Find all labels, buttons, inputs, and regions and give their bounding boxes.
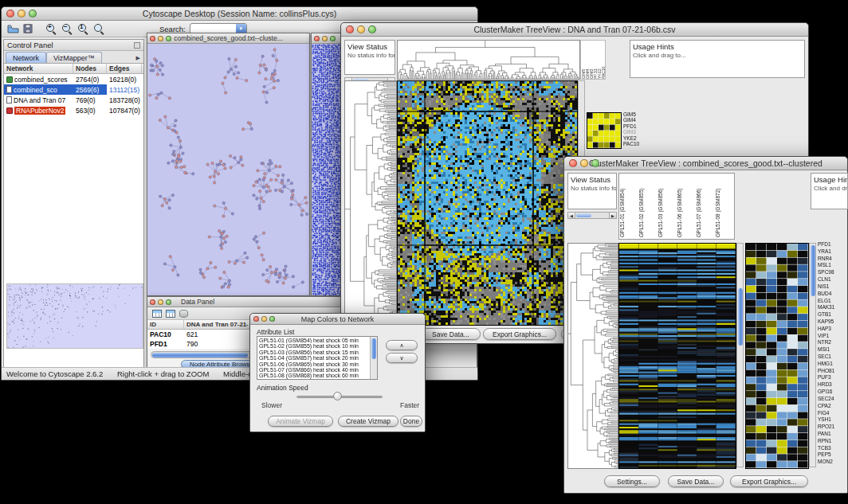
done-button[interactable]: Done (400, 416, 422, 427)
animate-vizmap-button[interactable]: Animate Vizmap (268, 416, 333, 427)
attribute-item[interactable]: GPL51-01 (GSM854) heat shock 05 min (257, 338, 369, 343)
heatmap-zoom-view[interactable] (587, 112, 622, 149)
window-title: ClusterMaker TreeView : DNA and Tran 07-… (341, 25, 808, 34)
zoom-actual-icon[interactable]: 1 (77, 23, 89, 35)
minimize-button[interactable] (158, 36, 163, 41)
window-controls (253, 316, 275, 322)
column-label: GPL51-06 (GSM865) (677, 174, 696, 239)
column-dendrogram[interactable] (397, 40, 580, 80)
network-frame-titlebar[interactable]: combined_scores_good.txt--cluste... (147, 33, 309, 44)
attribute-item[interactable]: GPL51-08 (GSM868) heat shock 60 min (257, 373, 369, 378)
scroll-left-icon[interactable]: ◀ (568, 213, 575, 218)
network-canvas[interactable] (147, 44, 309, 295)
zoom-out-icon[interactable]: − (61, 23, 73, 35)
main-titlebar[interactable]: Cytoscape Desktop (Session Name: collins… (2, 7, 477, 21)
export-graphics-button[interactable]: Export Graphics... (483, 328, 556, 340)
network-row-selected[interactable]: combined_sco 2569(6) 13112(15) (4, 84, 143, 95)
save-data-button[interactable]: Save Data... (668, 475, 724, 487)
attribute-listbox[interactable]: GPL51-01 (GSM854) heat shock 05 minGPL51… (257, 336, 378, 380)
create-vizmap-button[interactable]: Create Vizmap (338, 416, 398, 427)
network-row[interactable]: DNA and Tran 07 769(0) 183728(0) (4, 95, 143, 105)
panel-float-icon[interactable] (134, 42, 140, 49)
slower-label: Slower (261, 401, 282, 409)
row-dendrogram[interactable] (567, 243, 618, 469)
move-down-button[interactable]: ∨ (386, 353, 418, 363)
node-attribute-table-icon[interactable] (152, 310, 162, 318)
list-vscrollbar[interactable] (370, 337, 377, 379)
close-button[interactable] (569, 159, 577, 167)
attribute-item[interactable]: GPL51-04 (GSM857) heat shock 20 min (257, 355, 369, 361)
open-session-icon[interactable] (7, 24, 19, 33)
col-nodes[interactable]: Nodes (73, 64, 107, 73)
close-button[interactable] (253, 316, 259, 322)
gene-label: TCB3 (818, 445, 848, 452)
close-button[interactable] (6, 10, 14, 18)
tab-network[interactable]: Network (6, 52, 46, 63)
minimize-button[interactable] (261, 316, 267, 322)
move-up-button[interactable]: ∧ (386, 340, 418, 350)
save-session-icon[interactable] (23, 24, 33, 33)
minimize-button[interactable] (357, 25, 365, 33)
treeview2-titlebar[interactable]: ClusterMaker TreeView : combined_scores_… (564, 157, 847, 170)
network-row[interactable]: RNAPuberNov2 563(0) 107847(0) (4, 105, 143, 115)
minimize-button[interactable] (158, 299, 163, 305)
minimize-button[interactable] (322, 36, 328, 41)
gene-label: PAC10 (623, 141, 655, 147)
network-overview-thumbnail[interactable] (6, 283, 143, 349)
close-button[interactable] (314, 36, 320, 41)
zoom-button[interactable] (368, 25, 376, 33)
zoom-column-labels: GIM5GIM4GIM3PFD1YKE2PAC10 (580, 40, 606, 80)
tab-vizmapper[interactable]: VizMapper™ (46, 52, 102, 63)
save-data-button[interactable]: Save Data... (421, 328, 481, 340)
scrollbar-thumb[interactable] (811, 245, 815, 296)
zoom-button[interactable] (591, 159, 599, 167)
export-graphics-button[interactable]: Export Graphics... (730, 475, 808, 487)
heatmap-zoom-view[interactable] (745, 243, 809, 469)
heatmap-global-view[interactable] (618, 243, 736, 469)
heatmap-vscrollbar[interactable] (736, 243, 744, 467)
dendrogram-h-scrollbar[interactable]: ◀ ▶ (567, 212, 617, 219)
data-col-id[interactable]: ID (147, 320, 184, 329)
edge-attribute-table-icon[interactable] (166, 310, 175, 318)
gene-label: FIG4 (818, 410, 848, 417)
zoom-button[interactable] (166, 36, 171, 41)
scroll-right-icon[interactable]: ▶ (609, 213, 616, 218)
minimize-button[interactable] (580, 159, 588, 167)
close-button[interactable] (150, 299, 155, 305)
zoom-vscrollbar[interactable] (809, 243, 816, 467)
zoom-button[interactable] (330, 36, 336, 41)
col-edges[interactable]: Edges (107, 64, 142, 73)
row-dendrogram[interactable] (344, 80, 397, 326)
zoom-button[interactable] (166, 299, 171, 305)
zoom-fit-icon[interactable] (93, 23, 105, 35)
scrollbar-thumb[interactable] (738, 288, 743, 346)
network-row[interactable]: combined_scores 2764(0) 16218(0) (4, 74, 143, 84)
treeview1-titlebar[interactable]: ClusterMaker TreeView : DNA and Tran 07-… (341, 23, 808, 37)
network-doc-icon (6, 96, 12, 104)
slider-thumb[interactable] (333, 392, 342, 400)
dialog-titlebar[interactable]: Map Colors to Network (250, 314, 425, 325)
column-label: GPL51-07 (GSM866) (696, 174, 715, 239)
col-network[interactable]: Network (4, 64, 73, 73)
close-button[interactable] (346, 25, 354, 33)
zoom-button[interactable] (29, 10, 37, 18)
close-button[interactable] (150, 36, 155, 41)
attribute-item[interactable]: GPL51-06 (GSM865) heat shock 30 min (257, 361, 369, 367)
gene-label: HRD3 (818, 381, 848, 389)
scrollbar-thumb[interactable] (371, 338, 376, 359)
data-col-attribute[interactable]: DNA and Tran 07-21-06... (184, 320, 248, 329)
attribute-item[interactable]: GPL51-07 (GSM866) heat shock 40 min (257, 367, 369, 373)
window-controls (6, 10, 37, 18)
minimize-button[interactable] (18, 10, 26, 18)
database-icon[interactable] (179, 310, 188, 318)
gene-label: YRA1 (818, 248, 848, 256)
heatmap-global-view[interactable] (397, 80, 578, 326)
zoom-in-icon[interactable]: + (45, 23, 57, 35)
attribute-item[interactable]: GPL51-03 (GSM856) heat shock 15 min (257, 350, 369, 355)
tab-overflow-icon[interactable]: ▶ (135, 55, 142, 63)
settings-button[interactable]: Settings... (604, 475, 660, 487)
scrollbar-thumb[interactable] (152, 353, 248, 357)
gene-label: ELG1 (818, 298, 848, 305)
attribute-item[interactable]: GPL51-02 (GSM855) heat shock 10 min (257, 343, 369, 349)
zoom-button[interactable] (269, 316, 275, 322)
